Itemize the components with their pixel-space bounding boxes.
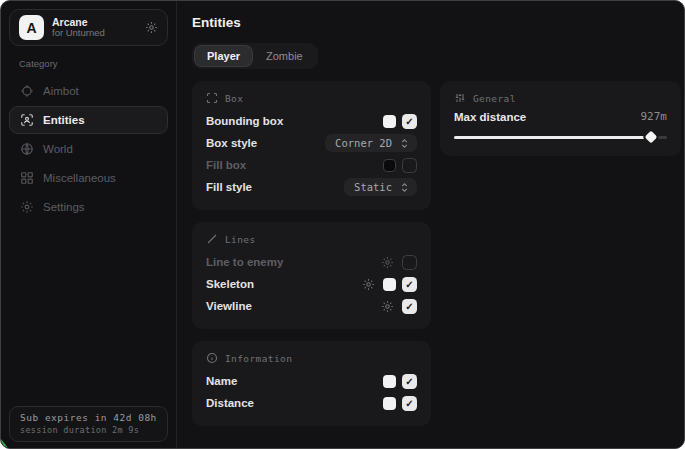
setting-row-skeleton: Skeleton ✓ [206, 273, 417, 295]
sidebar-item-label: Miscellaneous [43, 172, 116, 184]
setting-label: Skeleton [206, 278, 362, 290]
color-swatch[interactable] [383, 397, 396, 410]
right-column: General Max distance 927m [440, 81, 681, 156]
chevrons-up-down-icon [399, 138, 410, 149]
gear-icon[interactable] [362, 278, 375, 291]
scan-brackets-icon [206, 92, 218, 104]
setting-label: Bounding box [206, 115, 383, 127]
lines-card: Lines Line to enemy [192, 222, 431, 329]
setting-row-max-distance: Max distance 927m [454, 110, 667, 123]
brand-logo: A [19, 15, 44, 40]
dropdown-value: Corner 2D [335, 137, 392, 149]
app-window: A Arcane for Unturned Category A [0, 0, 685, 449]
tab-zombie[interactable]: Zombie [254, 46, 315, 66]
setting-label: Distance [206, 397, 383, 409]
grid-icon [20, 171, 34, 185]
cursor-artifact [1, 439, 8, 448]
general-card-title: General [473, 93, 516, 104]
sidebar: A Arcane for Unturned Category A [1, 1, 177, 448]
brand-subtitle: for Unturned [52, 28, 137, 39]
gear-icon [20, 200, 34, 214]
fill-style-dropdown[interactable]: Static [344, 178, 417, 196]
general-card: General Max distance 927m [440, 81, 681, 156]
setting-label: Fill box [206, 159, 383, 171]
lines-card-header: Lines [206, 233, 417, 245]
sliders-icon [454, 92, 466, 104]
sidebar-item-label: Settings [43, 201, 85, 213]
diagonal-line-icon [206, 233, 218, 245]
sidebar-nav: Aimbot Entities World [1, 77, 176, 222]
color-swatch[interactable] [383, 115, 396, 128]
sidebar-item-entities[interactable]: Entities [9, 106, 168, 134]
sidebar-item-label: Aimbot [43, 85, 79, 97]
box-card-title: Box [225, 93, 243, 104]
entity-tabbar: Player Zombie [192, 43, 318, 69]
information-icon [206, 352, 218, 364]
sub-expiry-text: Sub expires in 42d 08h [20, 412, 157, 423]
sidebar-item-world[interactable]: World [9, 135, 168, 163]
brand-text: Arcane for Unturned [52, 16, 137, 39]
checkbox-checked[interactable]: ✓ [402, 114, 417, 129]
session-duration-text: session duration 2m 9s [20, 425, 157, 435]
page-title: Entities [192, 15, 681, 30]
color-swatch[interactable] [383, 278, 396, 291]
max-distance-value: 927m [641, 110, 668, 123]
globe-icon [20, 142, 34, 156]
gear-icon[interactable] [381, 256, 394, 269]
slider-fill [454, 136, 651, 139]
gear-icon[interactable] [381, 300, 394, 313]
crosshair-icon [20, 84, 34, 98]
setting-row-box-style: Box style Corner 2D [206, 132, 417, 154]
slider-thumb[interactable] [645, 131, 658, 144]
checkbox-checked[interactable]: ✓ [402, 374, 417, 389]
setting-row-line-to-enemy: Line to enemy [206, 251, 417, 273]
setting-row-viewline: Viewline ✓ [206, 295, 417, 317]
lines-card-title: Lines [225, 234, 256, 245]
setting-label: Fill style [206, 181, 344, 193]
category-label: Category [19, 58, 176, 69]
checkbox-unchecked[interactable] [402, 255, 417, 270]
sidebar-item-aimbot[interactable]: Aimbot [9, 77, 168, 105]
setting-row-distance: Distance ✓ [206, 392, 417, 414]
setting-row-fill-style: Fill style Static [206, 176, 417, 198]
sidebar-item-settings[interactable]: Settings [9, 193, 168, 221]
setting-label: Box style [206, 137, 325, 149]
sidebar-item-miscellaneous[interactable]: Miscellaneous [9, 164, 168, 192]
setting-label: Line to enemy [206, 256, 381, 268]
color-swatch[interactable] [383, 159, 396, 172]
checkbox-checked[interactable]: ✓ [402, 396, 417, 411]
subscription-info: Sub expires in 42d 08h session duration … [9, 406, 168, 442]
gear-icon[interactable] [145, 21, 158, 34]
information-card: Information Name ✓ Distance ✓ [192, 341, 431, 426]
card-columns: Box Bounding box ✓ Box style Co [192, 81, 681, 426]
setting-row-name: Name ✓ [206, 370, 417, 392]
box-style-dropdown[interactable]: Corner 2D [325, 134, 417, 152]
checkbox-checked[interactable]: ✓ [402, 277, 417, 292]
box-card-header: Box [206, 92, 417, 104]
dropdown-value: Static [354, 181, 392, 193]
information-card-header: Information [206, 352, 417, 364]
setting-row-fill-box: Fill box [206, 154, 417, 176]
setting-label: Viewline [206, 300, 381, 312]
box-card: Box Bounding box ✓ Box style Co [192, 81, 431, 210]
checkbox-unchecked[interactable] [402, 158, 417, 173]
checkbox-checked[interactable]: ✓ [402, 299, 417, 314]
information-card-title: Information [225, 353, 292, 364]
chevrons-up-down-icon [399, 182, 410, 193]
setting-row-bounding-box: Bounding box ✓ [206, 110, 417, 132]
scan-person-icon [20, 113, 34, 127]
setting-label: Max distance [454, 111, 641, 123]
setting-label: Name [206, 375, 383, 387]
general-card-header: General [454, 92, 667, 104]
color-swatch[interactable] [383, 375, 396, 388]
brand-card: A Arcane for Unturned [9, 9, 168, 46]
left-column: Box Bounding box ✓ Box style Co [192, 81, 431, 426]
max-distance-slider[interactable] [454, 130, 667, 144]
tab-player[interactable]: Player [195, 46, 252, 66]
main-content: Entities Player Zombie Box [177, 1, 685, 448]
sidebar-item-label: Entities [43, 114, 85, 126]
sidebar-item-label: World [43, 143, 73, 155]
